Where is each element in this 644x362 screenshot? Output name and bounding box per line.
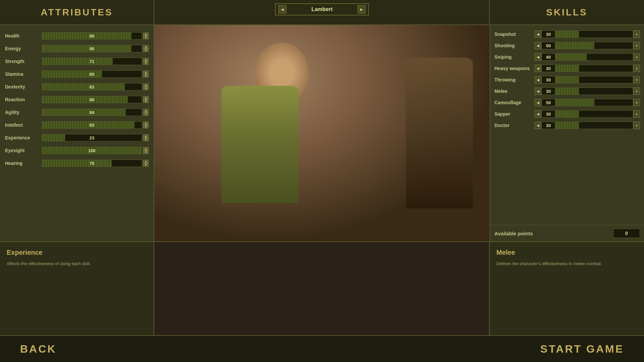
attr-decrease-4[interactable]: ▼ [143, 87, 149, 90]
attr-decrease-1[interactable]: ▼ [143, 49, 149, 52]
attr-bar-0: 90 [42, 32, 142, 40]
background-figure [406, 58, 473, 208]
attr-decrease-6[interactable]: ▼ [143, 112, 149, 116]
attr-row: Eyesight 100 ▲ ▼ [5, 145, 149, 156]
attributes-panel: Health 90 ▲ ▼ Energy 90 ▲ ▼ Strength 71 … [0, 25, 154, 241]
skill-bar-5 [555, 87, 633, 95]
attr-label-1: Energy [5, 46, 42, 51]
attr-decrease-7[interactable]: ▼ [143, 125, 149, 128]
attr-value-8: 23 [42, 135, 142, 140]
skill-minus-3[interactable]: ◄ [535, 65, 541, 72]
attr-value-10: 70 [42, 161, 142, 166]
skill-plus-3[interactable]: + [633, 65, 640, 72]
attr-increase-5[interactable]: ▲ [143, 96, 149, 100]
attr-decrease-3[interactable]: ▼ [143, 74, 149, 77]
skill-plus-2[interactable]: + [633, 53, 640, 61]
attr-bar-9: 100 [42, 147, 142, 154]
attr-increase-9[interactable]: ▲ [143, 147, 149, 150]
attr-arrows-7: ▲ ▼ [143, 122, 149, 128]
skill-label-8: Doctor [494, 123, 535, 128]
attr-value-3: 60 [42, 72, 142, 77]
skill-plus-7[interactable]: + [633, 110, 640, 118]
attr-arrows-3: ▲ ▼ [143, 71, 149, 77]
attr-decrease-2[interactable]: ▼ [143, 61, 149, 65]
attributes-title: ATTRIBUTES [41, 7, 113, 18]
attr-value-6: 84 [42, 110, 142, 115]
attr-decrease-0[interactable]: ▼ [143, 36, 149, 39]
attr-row: Intellect 93 ▲ ▼ [5, 120, 149, 130]
attr-decrease-9[interactable]: ▼ [143, 150, 149, 154]
skill-row: Shooting ◄ 50 + [494, 41, 640, 51]
start-game-button[interactable]: START GAME [540, 343, 624, 355]
skill-plus-1[interactable]: + [633, 42, 640, 49]
attr-arrows-0: ▲ ▼ [143, 33, 149, 39]
character-panel [154, 25, 490, 241]
skill-minus-2[interactable]: ◄ [535, 53, 541, 61]
attr-info-title: Experience [7, 249, 147, 256]
skill-minus-1[interactable]: ◄ [535, 42, 541, 49]
attr-label-7: Intellect [5, 122, 42, 128]
skill-row: Doctor ◄ 30 + [494, 120, 640, 130]
skill-bar-1 [555, 42, 633, 49]
attr-bar-6: 84 [42, 109, 142, 116]
attr-increase-8[interactable]: ▲ [143, 134, 149, 138]
attr-increase-3[interactable]: ▲ [143, 71, 149, 74]
skill-value-3: 30 [541, 65, 555, 72]
skill-label-7: Sapper [494, 111, 535, 117]
attr-value-5: 86 [42, 97, 142, 102]
attributes-list: Health 90 ▲ ▼ Energy 90 ▲ ▼ Strength 71 … [0, 25, 154, 241]
skill-controls-7: ◄ 30 + [535, 110, 640, 118]
attr-increase-2[interactable]: ▲ [143, 58, 149, 61]
attr-bar-4: 83 [42, 83, 142, 90]
attr-label-9: Eyesight [5, 148, 42, 153]
main-content: Health 90 ▲ ▼ Energy 90 ▲ ▼ Strength 71 … [0, 25, 644, 241]
skill-controls-5: ◄ 30 + [535, 87, 640, 95]
skill-minus-7[interactable]: ◄ [535, 110, 541, 118]
skill-bar-fill-5 [556, 88, 579, 95]
attr-increase-0[interactable]: ▲ [143, 33, 149, 36]
attr-row: Agility 84 ▲ ▼ [5, 107, 149, 118]
character-selector-header: ◄ Lambert ► [154, 0, 490, 24]
attr-value-2: 71 [42, 59, 142, 64]
skill-row: Melee ◄ 30 + [494, 86, 640, 96]
skill-minus-8[interactable]: ◄ [535, 122, 541, 129]
next-character-button[interactable]: ► [358, 5, 366, 13]
back-button[interactable]: BACK [20, 343, 56, 355]
skill-plus-5[interactable]: + [633, 87, 640, 95]
skill-bar-fill-7 [556, 111, 579, 117]
attr-increase-6[interactable]: ▲ [143, 109, 149, 112]
skill-bar-2 [555, 53, 633, 61]
prev-character-button[interactable]: ◄ [278, 5, 286, 13]
skill-minus-5[interactable]: ◄ [535, 87, 541, 95]
skill-bar-fill-3 [556, 65, 579, 72]
center-bottom-panel [154, 242, 490, 335]
skill-value-7: 30 [541, 110, 555, 118]
attr-value-4: 83 [42, 84, 142, 89]
skill-minus-4[interactable]: ◄ [535, 76, 541, 83]
attr-increase-1[interactable]: ▲ [143, 45, 149, 49]
character-portrait [154, 25, 490, 241]
attr-increase-4[interactable]: ▲ [143, 83, 149, 87]
skill-label-2: Sniping [494, 54, 535, 60]
bottom-info: Experience Affects the effectiveness of … [0, 241, 644, 335]
skill-minus-0[interactable]: ◄ [535, 31, 541, 38]
character-name: Lambert [286, 6, 358, 12]
skill-controls-0: ◄ 30 + [535, 31, 640, 38]
attr-value-9: 100 [42, 148, 142, 153]
attr-row: Dexterity 83 ▲ ▼ [5, 81, 149, 92]
skills-list: Snapshot ◄ 30 + Shooting ◄ 50 + Sniping … [490, 25, 644, 224]
attr-arrows-9: ▲ ▼ [143, 147, 149, 154]
attr-decrease-8[interactable]: ▼ [143, 138, 149, 141]
available-points-label: Available points [494, 231, 533, 236]
top-header: ATTRIBUTES ◄ Lambert ► SKILLS [0, 0, 644, 25]
skill-plus-4[interactable]: + [633, 76, 640, 83]
attr-info-panel: Experience Affects the effectiveness of … [0, 242, 154, 335]
skill-plus-0[interactable]: + [633, 31, 640, 38]
attr-decrease-5[interactable]: ▼ [143, 100, 149, 103]
attr-increase-7[interactable]: ▲ [143, 122, 149, 125]
attr-decrease-10[interactable]: ▼ [143, 163, 149, 167]
skill-plus-8[interactable]: + [633, 122, 640, 129]
attr-increase-10[interactable]: ▲ [143, 160, 149, 163]
skill-minus-6[interactable]: ◄ [535, 99, 541, 106]
skill-plus-6[interactable]: + [633, 99, 640, 106]
